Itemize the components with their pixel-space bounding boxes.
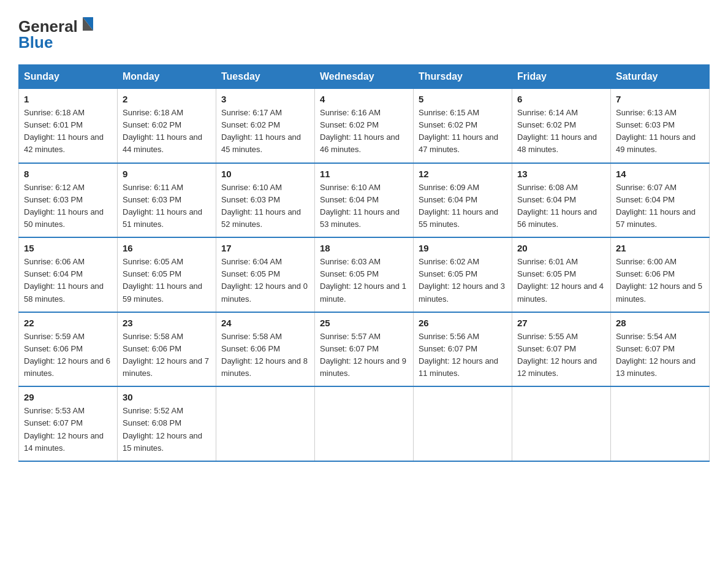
day-info: Sunrise: 6:10 AMSunset: 6:04 PMDaylight:… [320, 182, 408, 231]
day-cell: 6Sunrise: 6:14 AMSunset: 6:02 PMDaylight… [512, 89, 611, 163]
day-cell: 3Sunrise: 6:17 AMSunset: 6:02 PMDaylight… [216, 89, 315, 163]
day-info: Sunrise: 6:06 AMSunset: 6:04 PMDaylight:… [24, 256, 112, 305]
day-info: Sunrise: 6:18 AMSunset: 6:02 PMDaylight:… [123, 107, 211, 156]
day-info: Sunrise: 6:13 AMSunset: 6:03 PMDaylight:… [616, 107, 704, 156]
day-number: 25 [320, 318, 408, 328]
day-cell: 13Sunrise: 6:08 AMSunset: 6:04 PMDayligh… [512, 163, 611, 238]
day-info: Sunrise: 5:57 AMSunset: 6:07 PMDaylight:… [320, 331, 408, 380]
day-cell: 28Sunrise: 5:54 AMSunset: 6:07 PMDayligh… [611, 312, 710, 387]
day-number: 27 [517, 318, 605, 328]
day-info: Sunrise: 6:04 AMSunset: 6:05 PMDaylight:… [221, 256, 309, 305]
week-row-4: 22Sunrise: 5:59 AMSunset: 6:06 PMDayligh… [19, 312, 710, 387]
day-info: Sunrise: 6:07 AMSunset: 6:04 PMDaylight:… [616, 182, 704, 231]
day-number: 16 [123, 243, 211, 253]
page-header: General Blue [18, 12, 710, 52]
day-number: 17 [221, 243, 309, 253]
day-cell [216, 386, 315, 461]
day-info: Sunrise: 6:18 AMSunset: 6:01 PMDaylight:… [24, 107, 112, 156]
day-info: Sunrise: 6:17 AMSunset: 6:02 PMDaylight:… [221, 107, 309, 156]
logo-svg: General Blue [18, 12, 98, 52]
day-cell: 10Sunrise: 6:10 AMSunset: 6:03 PMDayligh… [216, 163, 315, 238]
day-cell: 30Sunrise: 5:52 AMSunset: 6:08 PMDayligh… [118, 386, 216, 461]
day-info: Sunrise: 6:03 AMSunset: 6:05 PMDaylight:… [320, 256, 408, 305]
day-info: Sunrise: 6:10 AMSunset: 6:03 PMDaylight:… [221, 182, 309, 231]
day-info: Sunrise: 5:56 AMSunset: 6:07 PMDaylight:… [419, 331, 507, 380]
logo: General Blue [18, 12, 98, 52]
day-info: Sunrise: 5:54 AMSunset: 6:07 PMDaylight:… [616, 331, 704, 380]
header-cell-thursday: Thursday [414, 65, 512, 89]
day-number: 7 [616, 94, 704, 104]
day-number: 6 [517, 94, 605, 104]
day-cell: 26Sunrise: 5:56 AMSunset: 6:07 PMDayligh… [414, 312, 512, 387]
header-cell-wednesday: Wednesday [315, 65, 414, 89]
day-number: 26 [419, 318, 507, 328]
day-info: Sunrise: 6:11 AMSunset: 6:03 PMDaylight:… [123, 182, 211, 231]
day-number: 3 [221, 94, 309, 104]
day-cell: 21Sunrise: 6:00 AMSunset: 6:06 PMDayligh… [611, 237, 710, 312]
day-number: 5 [419, 94, 507, 104]
day-cell: 4Sunrise: 6:16 AMSunset: 6:02 PMDaylight… [315, 89, 414, 163]
day-cell: 27Sunrise: 5:55 AMSunset: 6:07 PMDayligh… [512, 312, 611, 387]
day-number: 22 [24, 318, 112, 328]
header-cell-tuesday: Tuesday [216, 65, 315, 89]
day-cell [414, 386, 512, 461]
day-cell: 24Sunrise: 5:58 AMSunset: 6:06 PMDayligh… [216, 312, 315, 387]
day-cell: 15Sunrise: 6:06 AMSunset: 6:04 PMDayligh… [19, 237, 118, 312]
header-cell-monday: Monday [118, 65, 216, 89]
day-cell: 23Sunrise: 5:58 AMSunset: 6:06 PMDayligh… [118, 312, 216, 387]
week-row-5: 29Sunrise: 5:53 AMSunset: 6:07 PMDayligh… [19, 386, 710, 461]
day-number: 21 [616, 243, 704, 253]
header-cell-saturday: Saturday [611, 65, 710, 89]
day-cell: 25Sunrise: 5:57 AMSunset: 6:07 PMDayligh… [315, 312, 414, 387]
day-number: 2 [123, 94, 211, 104]
day-number: 18 [320, 243, 408, 253]
day-cell: 11Sunrise: 6:10 AMSunset: 6:04 PMDayligh… [315, 163, 414, 238]
day-number: 28 [616, 318, 704, 328]
day-info: Sunrise: 6:05 AMSunset: 6:05 PMDaylight:… [123, 256, 211, 305]
day-cell: 29Sunrise: 5:53 AMSunset: 6:07 PMDayligh… [19, 386, 118, 461]
day-number: 20 [517, 243, 605, 253]
day-info: Sunrise: 5:58 AMSunset: 6:06 PMDaylight:… [221, 331, 309, 380]
day-cell: 1Sunrise: 6:18 AMSunset: 6:01 PMDaylight… [19, 89, 118, 163]
header-cell-sunday: Sunday [19, 65, 118, 89]
day-cell: 17Sunrise: 6:04 AMSunset: 6:05 PMDayligh… [216, 237, 315, 312]
day-cell: 7Sunrise: 6:13 AMSunset: 6:03 PMDaylight… [611, 89, 710, 163]
day-cell: 14Sunrise: 6:07 AMSunset: 6:04 PMDayligh… [611, 163, 710, 238]
day-cell: 18Sunrise: 6:03 AMSunset: 6:05 PMDayligh… [315, 237, 414, 312]
day-number: 13 [517, 169, 605, 179]
day-number: 14 [616, 169, 704, 179]
day-info: Sunrise: 5:53 AMSunset: 6:07 PMDaylight:… [24, 405, 112, 454]
day-info: Sunrise: 6:02 AMSunset: 6:05 PMDaylight:… [419, 256, 507, 305]
day-cell: 2Sunrise: 6:18 AMSunset: 6:02 PMDaylight… [118, 89, 216, 163]
day-number: 15 [24, 243, 112, 253]
week-row-1: 1Sunrise: 6:18 AMSunset: 6:01 PMDaylight… [19, 89, 710, 163]
day-number: 12 [419, 169, 507, 179]
day-info: Sunrise: 5:52 AMSunset: 6:08 PMDaylight:… [123, 405, 211, 454]
day-number: 29 [24, 392, 112, 402]
day-info: Sunrise: 6:16 AMSunset: 6:02 PMDaylight:… [320, 107, 408, 156]
svg-text:Blue: Blue [18, 33, 53, 52]
day-cell: 19Sunrise: 6:02 AMSunset: 6:05 PMDayligh… [414, 237, 512, 312]
day-info: Sunrise: 6:08 AMSunset: 6:04 PMDaylight:… [517, 182, 605, 231]
day-info: Sunrise: 6:01 AMSunset: 6:05 PMDaylight:… [517, 256, 605, 305]
day-info: Sunrise: 6:15 AMSunset: 6:02 PMDaylight:… [419, 107, 507, 156]
week-row-2: 8Sunrise: 6:12 AMSunset: 6:03 PMDaylight… [19, 163, 710, 238]
day-info: Sunrise: 6:12 AMSunset: 6:03 PMDaylight:… [24, 182, 112, 231]
day-cell: 9Sunrise: 6:11 AMSunset: 6:03 PMDaylight… [118, 163, 216, 238]
day-info: Sunrise: 6:14 AMSunset: 6:02 PMDaylight:… [517, 107, 605, 156]
day-number: 24 [221, 318, 309, 328]
week-row-3: 15Sunrise: 6:06 AMSunset: 6:04 PMDayligh… [19, 237, 710, 312]
day-cell: 12Sunrise: 6:09 AMSunset: 6:04 PMDayligh… [414, 163, 512, 238]
day-info: Sunrise: 5:55 AMSunset: 6:07 PMDaylight:… [517, 331, 605, 380]
day-cell [512, 386, 611, 461]
header-cell-friday: Friday [512, 65, 611, 89]
day-cell: 8Sunrise: 6:12 AMSunset: 6:03 PMDaylight… [19, 163, 118, 238]
day-number: 8 [24, 169, 112, 179]
day-cell [611, 386, 710, 461]
day-number: 19 [419, 243, 507, 253]
header-row: SundayMondayTuesdayWednesdayThursdayFrid… [19, 65, 710, 89]
day-info: Sunrise: 6:09 AMSunset: 6:04 PMDaylight:… [419, 182, 507, 231]
day-number: 11 [320, 169, 408, 179]
day-number: 10 [221, 169, 309, 179]
calendar-body: 1Sunrise: 6:18 AMSunset: 6:01 PMDaylight… [19, 89, 710, 461]
